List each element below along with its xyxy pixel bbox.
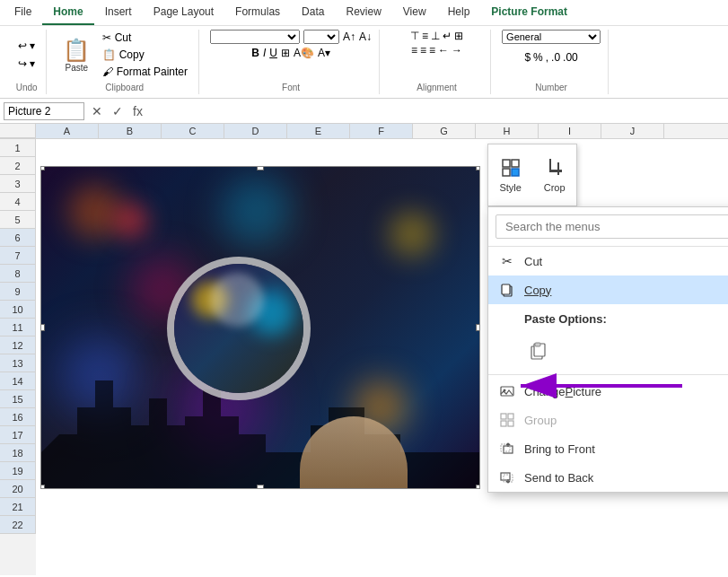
tab-view[interactable]: View	[392, 0, 437, 25]
row-header-6[interactable]: 6	[0, 229, 36, 247]
tab-insert[interactable]: Insert	[94, 0, 143, 25]
row-header-15[interactable]: 15	[0, 390, 36, 408]
row-header-11[interactable]: 11	[0, 319, 36, 337]
insert-function-button[interactable]: fx	[129, 104, 146, 118]
format-painter-button[interactable]: 🖌 Format Painter	[99, 64, 191, 80]
selection-handle-tm[interactable]	[257, 166, 264, 170]
col-header-b[interactable]: B	[99, 124, 162, 138]
row-header-20[interactable]: 20	[0, 480, 36, 498]
tab-help[interactable]: Help	[437, 0, 481, 25]
bold-button[interactable]: B	[251, 47, 259, 59]
increase-decimal-button[interactable]: .00	[563, 51, 578, 64]
copy-button[interactable]: 📋 Copy	[99, 47, 191, 63]
menu-item-cut[interactable]: ✂ Cut	[488, 247, 728, 275]
confirm-formula-button[interactable]: ✓	[109, 104, 127, 118]
decrease-font-button[interactable]: A↓	[359, 31, 372, 43]
tab-picture-format[interactable]: Picture Format	[480, 0, 578, 25]
paste-button[interactable]: 📋 Paste	[57, 36, 95, 74]
col-header-e[interactable]: E	[287, 124, 350, 138]
align-middle-button[interactable]: ≡	[422, 30, 428, 42]
col-header-f[interactable]: F	[350, 124, 413, 138]
cancel-formula-button[interactable]: ✕	[88, 104, 106, 118]
decrease-decimal-button[interactable]: .0	[551, 51, 560, 64]
col-header-h[interactable]: H	[476, 124, 539, 138]
row-header-12[interactable]: 12	[0, 337, 36, 354]
align-left-button[interactable]: ≡	[411, 44, 417, 57]
menu-item-copy[interactable]: Copy	[488, 275, 728, 304]
italic-button[interactable]: I	[263, 47, 266, 59]
menu-item-change-picture[interactable]: ChangePicture ›	[488, 377, 728, 406]
tab-page-layout[interactable]: Page Layout	[143, 0, 224, 25]
col-header-j[interactable]: J	[601, 124, 664, 138]
increase-indent-button[interactable]: →	[452, 44, 462, 57]
style-button[interactable]: Style	[494, 152, 526, 198]
align-center-button[interactable]: ≡	[420, 44, 426, 57]
selection-handle-mr[interactable]	[476, 324, 480, 331]
col-header-c[interactable]: C	[162, 124, 224, 138]
increase-font-button[interactable]: A↑	[343, 31, 355, 43]
row-header-5[interactable]: 5	[0, 211, 36, 229]
selection-handle-bm[interactable]	[257, 485, 264, 489]
underline-button[interactable]: U	[269, 47, 277, 59]
col-header-g[interactable]: G	[413, 124, 476, 138]
col-header-a[interactable]: A	[36, 124, 99, 138]
row-header-2[interactable]: 2	[0, 157, 36, 175]
menu-item-group[interactable]: Group ›	[488, 406, 728, 434]
selection-handle-tl[interactable]	[40, 166, 45, 170]
row-header-4[interactable]: 4	[0, 193, 36, 211]
row-header-9[interactable]: 9	[0, 283, 36, 301]
row-header-8[interactable]: 8	[0, 265, 36, 283]
tab-review[interactable]: Review	[335, 0, 391, 25]
tab-formulas[interactable]: Formulas	[224, 0, 291, 25]
row-header-18[interactable]: 18	[0, 444, 36, 462]
tab-home[interactable]: Home	[42, 0, 93, 25]
merge-button[interactable]: ⊞	[454, 30, 463, 42]
context-menu-search[interactable]	[496, 214, 728, 239]
sheet-grid[interactable]: Style Crop	[36, 139, 728, 575]
col-header-i[interactable]: I	[539, 124, 601, 138]
undo-button[interactable]: ↩ ▾	[14, 38, 39, 54]
cut-icon: ✂	[499, 253, 515, 269]
tab-data[interactable]: Data	[291, 0, 335, 25]
comma-button[interactable]: ,	[546, 51, 548, 64]
row-header-21[interactable]: 21	[0, 498, 36, 516]
tab-file[interactable]: File	[4, 0, 42, 25]
selection-handle-br[interactable]	[476, 485, 480, 489]
font-size-select[interactable]	[303, 30, 339, 44]
menu-item-bring-to-front[interactable]: Bring to Front ›	[488, 434, 728, 463]
row-header-13[interactable]: 13	[0, 354, 36, 372]
font-color-button[interactable]: A▾	[318, 47, 330, 59]
row-header-7[interactable]: 7	[0, 247, 36, 265]
currency-button[interactable]: $	[524, 51, 531, 64]
row-header-16[interactable]: 16	[0, 408, 36, 426]
align-bottom-button[interactable]: ⊥	[431, 30, 440, 42]
row-header-19[interactable]: 19	[0, 462, 36, 480]
col-header-d[interactable]: D	[224, 124, 287, 138]
selection-handle-ml[interactable]	[40, 324, 45, 331]
row-header-17[interactable]: 17	[0, 426, 36, 444]
number-format-select[interactable]: General	[502, 30, 601, 44]
row-header-22[interactable]: 22	[0, 516, 36, 534]
percent-button[interactable]: %	[533, 51, 543, 64]
row-header-1[interactable]: 1	[0, 139, 36, 157]
fill-color-button[interactable]: A🎨	[294, 47, 314, 59]
font-family-select[interactable]	[210, 30, 300, 44]
decrease-indent-button[interactable]: ←	[438, 44, 449, 57]
picture-2[interactable]	[40, 166, 480, 489]
cut-button[interactable]: ✂ Cut	[99, 30, 191, 46]
row-header-14[interactable]: 14	[0, 372, 36, 390]
name-box[interactable]	[4, 102, 84, 120]
redo-button[interactable]: ↪ ▾	[14, 56, 39, 72]
row-header-10[interactable]: 10	[0, 301, 36, 319]
paste-icon-button[interactable]	[524, 337, 553, 365]
crop-button[interactable]: Crop	[539, 152, 571, 198]
menu-item-send-to-back[interactable]: Send to Back ›	[488, 463, 728, 492]
selection-handle-tr[interactable]	[476, 166, 480, 170]
selection-handle-bl[interactable]	[40, 485, 45, 489]
wrap-text-button[interactable]: ↵	[443, 30, 452, 42]
formula-input[interactable]	[150, 103, 724, 119]
align-top-button[interactable]: ⊤	[410, 30, 419, 42]
align-right-button[interactable]: ≡	[429, 44, 435, 57]
borders-button[interactable]: ⊞	[281, 47, 290, 59]
row-header-3[interactable]: 3	[0, 175, 36, 193]
